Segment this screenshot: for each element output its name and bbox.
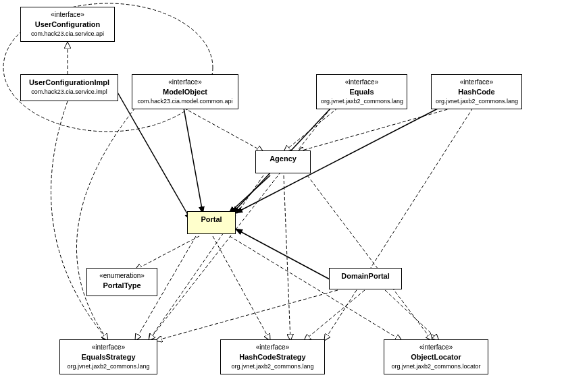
pkg-user-configuration-impl: com.hack23.cia.service.impl xyxy=(25,88,113,96)
stereotype-hashcode: «interface» xyxy=(436,78,517,87)
arrows-svg xyxy=(0,0,564,392)
svg-line-13 xyxy=(213,236,270,341)
classname-object-locator: ObjectLocator xyxy=(388,352,484,362)
box-equals: «interface» Equals org.jvnet.jaxb2_commo… xyxy=(316,74,407,109)
pkg-hashcode: org.jvnet.jaxb2_commons.lang xyxy=(436,97,517,106)
pkg-object-locator: org.jvnet.jaxb2_commons.locator xyxy=(388,362,484,371)
pkg-user-configuration: com.hack23.cia.service.api xyxy=(25,30,110,38)
stereotype-hashcode-strategy: «interface» xyxy=(225,343,320,352)
classname-agency: Agency xyxy=(260,154,306,164)
classname-model-object: ModelObject xyxy=(136,87,234,97)
classname-portal-type: PortalType xyxy=(91,281,153,291)
box-user-configuration: «interface» UserConfiguration com.hack23… xyxy=(20,7,115,42)
svg-line-10 xyxy=(236,229,331,280)
svg-line-3 xyxy=(284,108,338,152)
classname-hashcode: HashCode xyxy=(436,87,517,97)
classname-user-configuration: UserConfiguration xyxy=(25,20,110,30)
svg-line-22 xyxy=(324,108,473,341)
classname-user-configuration-impl: UserConfigurationImpl xyxy=(25,78,113,88)
pkg-equals-strategy: org.jvnet.jaxb2_commons.lang xyxy=(64,362,153,371)
stereotype-user-configuration: «interface» xyxy=(25,10,110,20)
svg-line-16 xyxy=(284,175,290,341)
svg-line-7 xyxy=(184,108,203,213)
svg-line-2 xyxy=(184,108,263,152)
pkg-hashcode-strategy: org.jvnet.jaxb2_commons.lang xyxy=(225,362,320,371)
box-portal-type: «enumeration» PortalType xyxy=(86,268,157,296)
box-domain-portal: DomainPortal xyxy=(329,268,402,289)
svg-line-18 xyxy=(155,290,338,341)
svg-line-17 xyxy=(307,175,432,341)
box-portal: Portal xyxy=(187,211,236,234)
diagram-container: «interface» UserConfiguration com.hack23… xyxy=(0,0,564,392)
box-hashcode: «interface» HashCode org.jvnet.jaxb2_com… xyxy=(431,74,522,109)
stereotype-equals: «interface» xyxy=(321,78,403,87)
stereotype-model-object: «interface» xyxy=(136,78,234,87)
stereotype-equals-strategy: «interface» xyxy=(64,343,153,352)
stereotype-object-locator: «interface» xyxy=(388,343,484,352)
svg-line-15 xyxy=(149,175,263,341)
box-hashcode-strategy: «interface» HashCodeStrategy org.jvnet.j… xyxy=(220,339,325,374)
pkg-equals: org.jvnet.jaxb2_commons.lang xyxy=(321,97,403,106)
classname-hashcode-strategy: HashCodeStrategy xyxy=(225,352,320,362)
classname-equals: Equals xyxy=(321,87,403,97)
classname-equals-strategy: EqualsStrategy xyxy=(64,352,153,362)
box-object-locator: «interface» ObjectLocator org.jvnet.jaxb… xyxy=(384,339,488,374)
classname-portal: Portal xyxy=(192,215,231,225)
svg-line-19 xyxy=(304,290,365,341)
svg-line-21 xyxy=(149,108,331,341)
stereotype-portal-type: «enumeration» xyxy=(91,271,153,281)
classname-domain-portal: DomainPortal xyxy=(334,271,397,281)
box-user-configuration-impl: UserConfigurationImpl com.hack23.cia.ser… xyxy=(20,74,118,101)
box-agency: Agency xyxy=(255,150,311,173)
svg-line-11 xyxy=(135,236,199,270)
box-model-object: «interface» ModelObject com.hack23.cia.m… xyxy=(132,74,238,109)
svg-line-20 xyxy=(385,290,439,341)
svg-line-4 xyxy=(297,108,453,152)
svg-line-5 xyxy=(230,175,270,213)
box-equals-strategy: «interface» EqualsStrategy org.jvnet.jax… xyxy=(59,339,157,374)
pkg-model-object: com.hack23.cia.model.common.api xyxy=(136,97,234,106)
